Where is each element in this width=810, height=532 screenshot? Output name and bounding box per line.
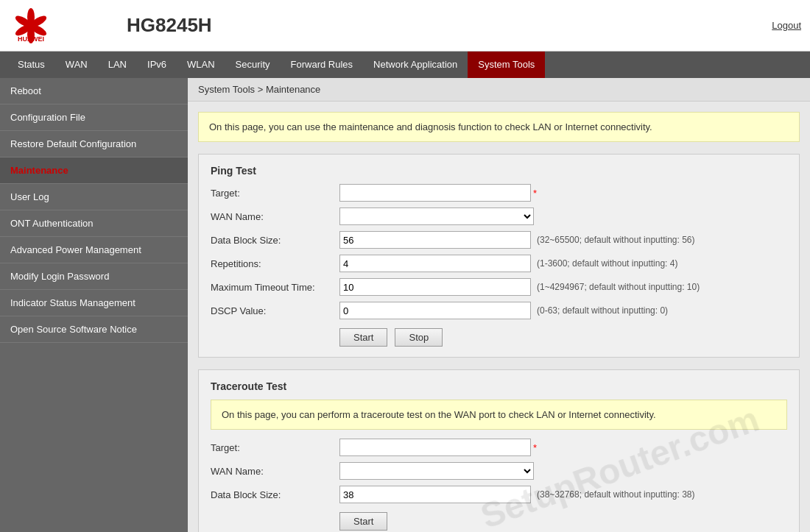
layout: RebootConfiguration FileRestore Default … [0, 78, 810, 532]
ping-stop-button[interactable]: Stop [395, 328, 443, 347]
traceroute-btn-row: Start [211, 512, 787, 531]
nav-item-wan[interactable]: WAN [55, 52, 98, 78]
nav-item-security[interactable]: Security [225, 52, 281, 78]
required-star-0: * [533, 188, 537, 199]
nav-item-wlan[interactable]: WLAN [177, 52, 225, 78]
form-label-5: DSCP Value: [211, 305, 339, 316]
form-input-0[interactable] [339, 184, 531, 202]
form-row-0: Target:* [211, 439, 787, 456]
nav-item-status[interactable]: Status [7, 52, 55, 78]
ping-test-title: Ping Test [211, 165, 787, 177]
sidebar-item-advanced-power-management[interactable]: Advanced Power Management [0, 237, 188, 263]
required-star-0: * [533, 442, 537, 453]
huawei-logo: HUAWEI [9, 7, 53, 44]
device-title: HG8245H [127, 14, 772, 37]
logo-area: HUAWEI [9, 7, 119, 44]
form-label-4: Maximum Timeout Time: [211, 282, 339, 293]
form-select-1[interactable] [339, 462, 534, 480]
nav-item-ipv6[interactable]: IPv6 [137, 52, 177, 78]
sidebar-item-configuration-file[interactable]: Configuration File [0, 104, 188, 131]
form-hint-4: (1~4294967; default without inputting: 1… [537, 282, 700, 292]
sidebar-item-ont-authentication[interactable]: ONT Authentication [0, 210, 188, 237]
ping-start-button[interactable]: Start [339, 328, 387, 347]
form-label-0: Target: [211, 188, 339, 199]
sidebar-item-modify-login-password[interactable]: Modify Login Password [0, 263, 188, 290]
form-input-2[interactable] [339, 486, 531, 503]
ping-btn-row: Start Stop [211, 328, 787, 347]
traceroute-info-box: On this page, you can perform a tracerou… [211, 400, 787, 430]
form-input-5[interactable] [339, 302, 531, 319]
sidebar-item-user-log[interactable]: User Log [0, 184, 188, 210]
nav-item-lan[interactable]: LAN [98, 52, 137, 78]
form-hint-5: (0-63; default without inputting: 0) [537, 305, 668, 316]
form-label-1: WAN Name: [211, 466, 339, 477]
form-input-2[interactable] [339, 231, 531, 249]
sidebar-item-open-source-software-notice[interactable]: Open Source Software Notice [0, 316, 188, 343]
form-select-1[interactable] [339, 208, 534, 225]
nav-item-network-application[interactable]: Network Application [363, 52, 468, 78]
form-label-1: WAN Name: [211, 211, 339, 222]
form-label-3: Repetitions: [211, 258, 339, 269]
form-row-1: WAN Name: [211, 462, 787, 480]
page-info-box: On this page, you can use the maintenanc… [198, 112, 800, 142]
form-hint-3: (1-3600; default without inputting: 4) [537, 258, 677, 269]
nav-item-system-tools[interactable]: System Tools [468, 52, 545, 78]
form-hint-2: (38~32768; default without inputting: 38… [537, 489, 695, 500]
sidebar: RebootConfiguration FileRestore Default … [0, 78, 188, 532]
ping-fields: Target:*WAN Name:Data Block Size:(32~655… [211, 184, 787, 319]
content-area: On this page, you can use the maintenanc… [188, 102, 810, 532]
nav-item-forward-rules[interactable]: Forward Rules [281, 52, 364, 78]
form-input-0[interactable] [339, 439, 531, 456]
form-row-4: Maximum Timeout Time:(1~4294967; default… [211, 278, 787, 296]
form-row-1: WAN Name: [211, 208, 787, 225]
sidebar-item-reboot[interactable]: Reboot [0, 78, 188, 104]
form-label-0: Target: [211, 442, 339, 453]
form-row-2: Data Block Size:(32~65500; default witho… [211, 231, 787, 249]
header: HUAWEI HG8245H Logout [0, 0, 810, 52]
sidebar-item-restore-default-configuration[interactable]: Restore Default Configuration [0, 131, 188, 157]
form-input-3[interactable] [339, 255, 531, 272]
traceroute-fields: Target:*WAN Name:Data Block Size:(38~327… [211, 439, 787, 503]
sidebar-item-indicator-status-management[interactable]: Indicator Status Management [0, 290, 188, 316]
form-row-5: DSCP Value:(0-63; default without inputt… [211, 302, 787, 319]
form-row-3: Repetitions:(1-3600; default without inp… [211, 255, 787, 272]
traceroute-test-title: Traceroute Test [211, 380, 787, 392]
traceroute-start-button[interactable]: Start [339, 512, 387, 531]
svg-text:HUAWEI: HUAWEI [18, 35, 44, 43]
logout-button[interactable]: Logout [772, 20, 801, 31]
form-row-2: Data Block Size:(38~32768; default witho… [211, 486, 787, 503]
form-label-2: Data Block Size: [211, 235, 339, 246]
form-hint-2: (32~65500; default without inputting: 56… [537, 235, 695, 245]
breadcrumb: System Tools > Maintenance [188, 78, 810, 102]
navbar: StatusWANLANIPv6WLANSecurityForward Rule… [0, 52, 810, 78]
ping-test-section: Ping Test Target:*WAN Name:Data Block Si… [198, 154, 800, 358]
sidebar-item-maintenance[interactable]: Maintenance [0, 157, 188, 184]
main-content: System Tools > Maintenance On this page,… [188, 78, 810, 532]
form-row-0: Target:* [211, 184, 787, 202]
traceroute-test-section: Traceroute Test On this page, you can pe… [198, 369, 800, 532]
form-label-2: Data Block Size: [211, 489, 339, 500]
form-input-4[interactable] [339, 278, 531, 296]
